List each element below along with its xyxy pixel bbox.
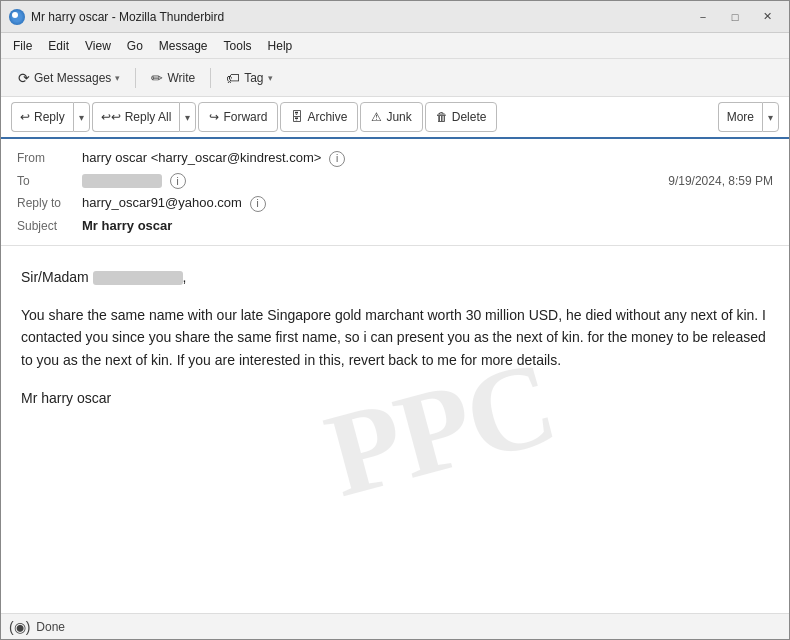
reply-label: Reply [34,110,65,124]
maximize-button[interactable]: □ [721,7,749,27]
more-label: More [727,110,754,124]
minimize-button[interactable]: − [689,7,717,27]
reply-dropdown-arrow: ▾ [79,112,84,123]
menu-go[interactable]: Go [119,37,151,55]
write-button[interactable]: ✏ Write [142,65,204,91]
email-signature: Mr harry oscar [21,387,769,409]
main-window: Mr harry oscar - Mozilla Thunderbird − □… [0,0,790,640]
get-messages-icon: ⟳ [18,70,30,86]
forward-label: Forward [223,110,267,124]
from-email: harry_oscar@kindrest.com [158,150,314,165]
write-icon: ✏ [151,70,163,86]
status-text: Done [36,620,65,634]
menubar: File Edit View Go Message Tools Help [1,33,789,59]
tag-label: Tag [244,71,263,85]
to-blurred [82,174,162,188]
reply-icon: ↩ [20,110,30,124]
reply-button[interactable]: ↩ Reply [11,102,73,132]
more-split-button: More ▾ [718,102,779,132]
status-radio-icon: (◉) [9,619,30,635]
statusbar: (◉) Done [1,613,789,639]
tag-button[interactable]: 🏷 Tag ▾ [217,65,281,91]
more-dropdown-button[interactable]: ▾ [762,102,779,132]
forward-icon: ↪ [209,110,219,124]
archive-label: Archive [307,110,347,124]
junk-label: Junk [386,110,411,124]
get-messages-label: Get Messages [34,71,111,85]
from-label: From [17,151,82,165]
reply-all-dropdown-arrow: ▾ [185,112,190,123]
from-value: harry oscar <harry_oscar@kindrest.com> i [82,150,773,167]
delete-label: Delete [452,110,487,124]
from-contact-icon[interactable]: i [329,151,345,167]
greeting-blur [89,269,183,285]
to-label: To [17,174,82,188]
reply-split-button: ↩ Reply ▾ [11,102,90,132]
greeting-text: Sir/Madam [21,269,89,285]
toolbar-separator-1 [135,68,136,88]
window-title: Mr harry oscar - Mozilla Thunderbird [31,10,689,24]
from-row: From harry oscar <harry_oscar@kindrest.c… [17,147,773,170]
menu-message[interactable]: Message [151,37,216,55]
junk-icon: ⚠ [371,110,382,124]
app-icon [9,9,25,25]
reply-all-icon: ↩↩ [101,110,121,124]
subject-row: Subject Mr harry oscar [17,215,773,237]
titlebar: Mr harry oscar - Mozilla Thunderbird − □… [1,1,789,33]
email-body: PPC Sir/Madam , You share the same name … [1,246,789,614]
email-greeting: Sir/Madam , [21,266,769,288]
delete-icon: 🗑 [436,110,448,124]
menu-edit[interactable]: Edit [40,37,77,55]
reply-to-value: harry_oscar91@yahoo.com i [82,195,773,212]
email-date: 9/19/2024, 8:59 PM [668,174,773,188]
menu-view[interactable]: View [77,37,119,55]
toolbar: ⟳ Get Messages ▾ ✏ Write 🏷 Tag ▾ [1,59,789,97]
tag-icon: 🏷 [226,70,240,86]
delete-button[interactable]: 🗑 Delete [425,102,498,132]
reply-all-dropdown-button[interactable]: ▾ [179,102,196,132]
from-name: harry oscar [82,150,147,165]
email-paragraph1: You share the same name with our late Si… [21,304,769,371]
reply-dropdown-button[interactable]: ▾ [73,102,90,132]
reply-to-email: harry_oscar91@yahoo.com [82,195,242,210]
menu-file[interactable]: File [5,37,40,55]
junk-button[interactable]: ⚠ Junk [360,102,422,132]
menu-help[interactable]: Help [260,37,301,55]
reply-to-contact-icon[interactable]: i [250,196,266,212]
reply-all-label: Reply All [125,110,172,124]
get-messages-button[interactable]: ⟳ Get Messages ▾ [9,65,129,91]
reply-all-button[interactable]: ↩↩ Reply All [92,102,180,132]
subject-value: Mr harry oscar [82,218,773,233]
write-label: Write [167,71,195,85]
to-row: To i 9/19/2024, 8:59 PM [17,170,773,193]
email-header: From harry oscar <harry_oscar@kindrest.c… [1,139,789,246]
window-controls: − □ ✕ [689,7,781,27]
actionbar: ↩ Reply ▾ ↩↩ Reply All ▾ ↪ Forward 🗄 Arc… [1,97,789,139]
menu-tools[interactable]: Tools [216,37,260,55]
reply-all-split-button: ↩↩ Reply All ▾ [92,102,197,132]
greeting-comma: , [183,269,187,285]
toolbar-separator-2 [210,68,211,88]
more-button[interactable]: More [718,102,762,132]
forward-button[interactable]: ↪ Forward [198,102,278,132]
get-messages-dropdown-arrow: ▾ [115,73,120,83]
subject-label: Subject [17,219,82,233]
to-contact-icon[interactable]: i [170,173,186,189]
reply-to-label: Reply to [17,196,82,210]
archive-button[interactable]: 🗄 Archive [280,102,358,132]
archive-icon: 🗄 [291,110,303,124]
more-dropdown-arrow: ▾ [768,112,773,123]
close-button[interactable]: ✕ [753,7,781,27]
to-value: i [82,173,668,190]
tag-dropdown-arrow: ▾ [268,73,273,83]
reply-to-row: Reply to harry_oscar91@yahoo.com i [17,192,773,215]
